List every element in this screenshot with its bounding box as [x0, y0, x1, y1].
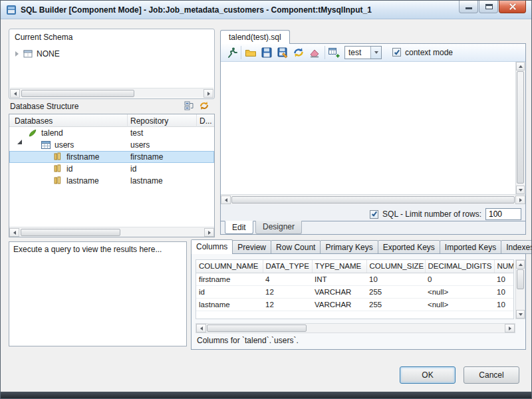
column-header-repository[interactable]: Repository: [130, 116, 168, 126]
open-folder-icon[interactable]: [245, 47, 257, 59]
tab-row-count[interactable]: Row Count: [271, 240, 321, 254]
tab-exported-keys[interactable]: Exported Keys: [378, 240, 440, 254]
scroll-right-icon[interactable]: [203, 89, 213, 98]
editor-toolbar: test context mode: [221, 44, 525, 62]
limit-rows-checkbox[interactable]: [370, 210, 378, 219]
column-header-databases[interactable]: Databases: [15, 116, 53, 126]
schema-icon: [23, 49, 33, 59]
col-header[interactable]: COLUMN_SIZE: [366, 260, 425, 273]
scroll-right-icon[interactable]: [505, 324, 515, 332]
scrollbar-thumb[interactable]: [207, 325, 307, 332]
columns-table: COLUMN_NAME DATA_TYPE TYPE_NAME COLUMN_S…: [196, 259, 514, 319]
query-results-placeholder: Execute a query to view the results here…: [9, 241, 187, 346]
scroll-right-icon[interactable]: [515, 196, 525, 204]
tree-item-label: NONE: [37, 48, 60, 60]
tab-primary-keys[interactable]: Primary Keys: [320, 240, 378, 254]
tab-edit[interactable]: Edit: [225, 221, 253, 234]
tree-row-lastname[interactable]: lastname lastname: [9, 175, 214, 187]
scroll-left-icon[interactable]: [9, 228, 19, 237]
minimize-button[interactable]: [459, 1, 478, 13]
tree-item-none[interactable]: NONE: [13, 48, 60, 60]
column-icon: [53, 176, 63, 186]
table-row[interactable]: lastname 12 VARCHAR 255 <null> 10: [196, 298, 514, 311]
results-vertical-scrollbar[interactable]: [515, 259, 525, 319]
tree-row-users[interactable]: users users: [9, 139, 214, 151]
maximize-button[interactable]: [479, 1, 498, 13]
table-header-row: COLUMN_NAME DATA_TYPE TYPE_NAME COLUMN_S…: [196, 260, 514, 273]
col-header[interactable]: COLUMN_NAME: [196, 260, 263, 273]
tree-cell-name: lastname: [66, 175, 99, 187]
sql-editor-panel: test context mode SQL - Limit number of …: [220, 43, 526, 235]
scroll-left-icon[interactable]: [10, 89, 20, 98]
context-mode-checkbox[interactable]: [392, 48, 401, 57]
scrollbar-thumb[interactable]: [21, 229, 120, 236]
app-icon: [6, 5, 17, 15]
results-horizontal-scrollbar[interactable]: [196, 323, 515, 333]
placeholder-text: Execute a query to view the results here…: [13, 245, 162, 254]
current-schema-title: Current Schema: [15, 33, 72, 42]
column-header-d[interactable]: D...: [200, 116, 212, 126]
scrollbar-thumb[interactable]: [517, 71, 524, 184]
scroll-left-icon[interactable]: [196, 324, 206, 332]
run-icon[interactable]: [226, 47, 238, 59]
scrollbar-thumb[interactable]: [517, 269, 524, 289]
scroll-left-icon[interactable]: [221, 196, 231, 204]
col-header[interactable]: DECIMAL_DIGITS: [425, 260, 494, 273]
tree-row-id[interactable]: id id: [9, 163, 214, 175]
database-structure-tree: Databases Repository D... talend test us…: [9, 114, 215, 237]
tree-cell-repository: lastname: [130, 175, 163, 187]
check-icon: [372, 211, 377, 217]
horizontal-scrollbar[interactable]: [10, 88, 213, 98]
scroll-down-icon[interactable]: [516, 310, 525, 319]
tree-row-talend[interactable]: talend test: [9, 127, 214, 139]
horizontal-scrollbar[interactable]: [9, 227, 214, 237]
save-as-icon[interactable]: [277, 47, 289, 59]
collapse-tree-icon[interactable]: [31, 142, 35, 152]
tree-row-firstname[interactable]: firstname firstname: [9, 151, 214, 163]
col-header[interactable]: DATA_TYPE: [263, 260, 312, 273]
tab-preview[interactable]: Preview: [232, 240, 271, 254]
editor-vertical-scrollbar[interactable]: [515, 62, 525, 194]
new-sql-icon[interactable]: [328, 47, 340, 59]
refresh-connection-icon[interactable]: [293, 47, 305, 59]
limit-rows-input[interactable]: [485, 208, 521, 220]
col-header[interactable]: NUM: [494, 260, 514, 273]
database-structure-title: Database Structure: [10, 102, 78, 111]
cancel-button[interactable]: Cancel: [464, 366, 519, 384]
minimize-icon: [466, 7, 472, 9]
clear-icon[interactable]: [309, 47, 321, 59]
collapse-tree-icon[interactable]: [17, 130, 22, 140]
scroll-up-icon[interactable]: [516, 62, 525, 70]
tab-designer[interactable]: Designer: [255, 221, 302, 234]
close-button[interactable]: [499, 1, 526, 13]
ok-button[interactable]: OK: [400, 366, 456, 384]
scrollbar-thumb[interactable]: [21, 90, 134, 97]
current-schema-panel: Current Schema NONE: [9, 29, 215, 99]
results-tabs: Columns Preview Row Count Primary Keys E…: [191, 239, 532, 254]
sql-editor-textarea[interactable]: [221, 62, 516, 194]
scroll-up-icon[interactable]: [516, 260, 525, 269]
tree-cell-repository: test: [130, 127, 143, 139]
chevron-down-icon[interactable]: [370, 47, 381, 59]
refresh-icon[interactable]: [199, 100, 209, 111]
tab-columns[interactable]: Columns: [191, 239, 233, 254]
col-header[interactable]: TYPE_NAME: [312, 260, 366, 273]
tree-cell-name: talend: [41, 127, 63, 139]
tree-cell-name: id: [66, 163, 72, 175]
table-row[interactable]: id 12 VARCHAR 255 <null> 10: [196, 285, 514, 298]
scroll-down-icon[interactable]: [516, 186, 525, 194]
editor-horizontal-scrollbar[interactable]: [221, 194, 525, 204]
titlebar[interactable]: SQL Builder [Component Mode] - Job:Job_m…: [1, 1, 531, 19]
expand-icon[interactable]: [15, 51, 19, 57]
connection-combo[interactable]: test: [344, 46, 382, 59]
tab-indexes[interactable]: Indexes: [501, 240, 532, 254]
editor-tab-sql[interactable]: talend(test).sql: [220, 30, 290, 44]
scroll-right-icon[interactable]: [204, 228, 214, 237]
tab-imported-keys[interactable]: Imported Keys: [440, 240, 501, 254]
collapse-all-icon[interactable]: [184, 100, 195, 111]
table-row[interactable]: firstname 4 INT 10 0 10: [196, 273, 514, 285]
window-bottom-frame: [1, 392, 531, 398]
save-icon[interactable]: [261, 47, 273, 59]
results-status-text: Columns for `talend`.`users`.: [197, 336, 299, 345]
scrollbar-thumb[interactable]: [231, 196, 515, 203]
